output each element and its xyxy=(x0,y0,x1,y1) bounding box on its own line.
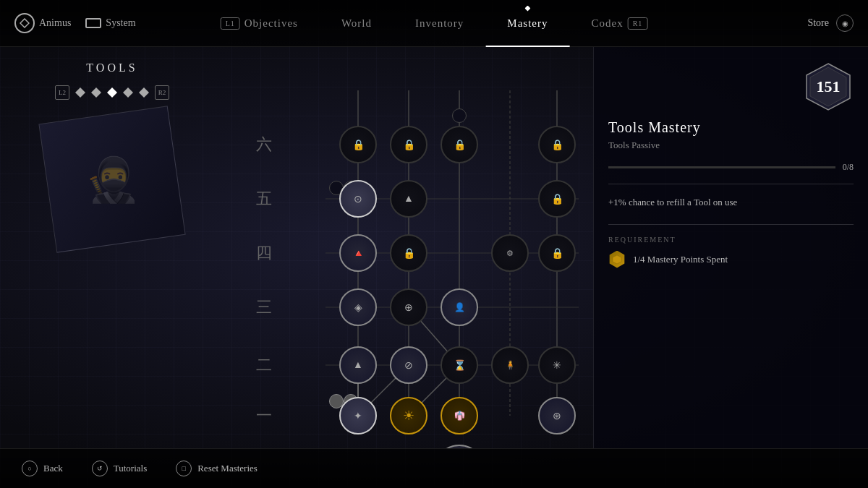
world-tab-label: World xyxy=(341,17,372,30)
node-tier2-col3[interactable]: ⌛ xyxy=(441,346,478,384)
description-text: +1% chance to refill a Tool on use xyxy=(608,195,854,210)
tier-diamond-2[interactable] xyxy=(91,87,101,98)
top-navigation: Animus System L1 Objectives World Invent… xyxy=(0,0,868,47)
tutorials-button[interactable]: ↺ Tutorials xyxy=(92,461,147,476)
node-tier2-col3-inner: ⌛ xyxy=(444,350,475,380)
node-tier6-col4-inner: 🔒 xyxy=(542,129,572,160)
tier-label-3: 三 xyxy=(256,296,272,318)
node-tier6-col1-inner: 🔒 xyxy=(343,129,373,160)
tier-label-4: 四 xyxy=(256,242,272,264)
requirement-label: REQUIREMENT xyxy=(608,236,854,244)
node-tier4-col1-inner: 🔺 xyxy=(343,238,373,268)
node-tier5-col2[interactable]: ▲ xyxy=(390,180,427,218)
node-tier4-col3-inner: ⚙ xyxy=(495,238,525,268)
node-tier3-col3[interactable]: 👤 xyxy=(441,288,478,326)
progress-bar-container xyxy=(608,166,835,168)
reset-masteries-button-icon: □ xyxy=(176,461,192,476)
system-icon xyxy=(85,18,101,28)
skill-tree-canvas: 一 ✦ ☀ 👘 ⊛ 習得 二 ▲ ⊘ ⌛ 🧍 xyxy=(224,47,593,448)
character-silhouette: 🥷 xyxy=(85,154,140,205)
node-tier2-col4-inner: 🧍 xyxy=(495,350,525,380)
node-tier6-col1[interactable]: 🔒 xyxy=(339,126,377,163)
nav-center-tabs: L1 Objectives World Inventory Mastery Co… xyxy=(199,0,670,47)
animus-icon xyxy=(14,13,35,33)
node-tier5-col3[interactable]: 🔒 xyxy=(538,180,576,218)
progress-text: 0/8 xyxy=(843,162,854,173)
l2-button[interactable]: L2 xyxy=(55,85,69,100)
tab-mastery[interactable]: Mastery xyxy=(485,0,569,47)
node-tier1-col5[interactable]: ⊛ xyxy=(538,397,576,435)
character-card: 🥷 xyxy=(38,106,185,252)
node-tier5-col2-inner: ▲ xyxy=(393,184,424,214)
node-tier2-col1[interactable]: ▲ xyxy=(339,346,377,384)
back-button-icon: ○ xyxy=(22,461,38,476)
tier-diamond-3-active[interactable] xyxy=(107,87,117,98)
node-tier5-col1[interactable]: ⊙ xyxy=(339,180,377,218)
bottom-bar: ○ Back ↺ Tutorials □ Reset Masteries xyxy=(0,448,868,488)
tab-codex[interactable]: Codex R1 xyxy=(570,0,670,47)
node-tier2-col5-inner: ✳ xyxy=(542,350,572,380)
store-icon[interactable]: ◉ xyxy=(836,14,854,32)
tier-diamond-5[interactable] xyxy=(139,87,149,98)
node-tier6-col3[interactable]: 🔒 xyxy=(441,126,478,163)
node-tier4-col2-inner: 🔒 xyxy=(393,238,424,268)
node-tier3-col2-inner: ⊕ xyxy=(393,292,424,322)
svg-marker-16 xyxy=(613,255,621,264)
mastery-title: Tools Mastery xyxy=(608,119,854,136)
node-tier2-col2-inner: ⊘ xyxy=(393,350,424,380)
node-tier6-col2[interactable]: 🔒 xyxy=(390,126,427,163)
r2-button[interactable]: R2 xyxy=(155,85,169,100)
tier-label-2: 二 xyxy=(256,354,272,376)
requirement-item: 1/4 Mastery Points Spent xyxy=(608,251,854,268)
tutorials-button-icon: ↺ xyxy=(92,461,108,476)
requirement-icon xyxy=(608,251,626,268)
progress-max: 8 xyxy=(849,162,854,172)
node-tier3-col1[interactable]: ◈ xyxy=(339,288,377,326)
system-nav-item[interactable]: System xyxy=(85,17,135,29)
animus-nav-item[interactable]: Animus xyxy=(14,13,71,33)
node-tier2-col1-inner: ▲ xyxy=(343,350,373,380)
small-node-6-top xyxy=(452,108,467,123)
node-tier1-col2-inner: ☀ xyxy=(393,401,424,431)
objectives-tab-label: Objectives xyxy=(244,17,298,30)
progress-current: 0 xyxy=(843,162,847,172)
inventory-tab-label: Inventory xyxy=(415,17,464,30)
node-tier5-col1-inner: ⊙ xyxy=(343,184,373,214)
tier-diamonds: L2 R2 xyxy=(14,85,210,100)
tier-label-1: 一 xyxy=(256,405,272,427)
tab-objectives[interactable]: L1 Objectives xyxy=(199,0,320,47)
node-tier4-col1[interactable]: 🔺 xyxy=(339,234,377,272)
node-tier3-col2[interactable]: ⊕ xyxy=(390,288,427,326)
node-tier1-col1[interactable]: ✦ xyxy=(339,397,377,435)
tab-world[interactable]: World xyxy=(320,0,393,47)
node-tier1-col3[interactable]: 👘 xyxy=(441,397,478,435)
svg-marker-0 xyxy=(20,19,29,27)
divider-2 xyxy=(608,224,854,225)
node-tier1-col2[interactable]: ☀ xyxy=(390,397,427,435)
node-tier2-col4[interactable]: 🧍 xyxy=(491,346,529,384)
r1-badge: R1 xyxy=(628,17,648,30)
tab-inventory[interactable]: Inventory xyxy=(393,0,485,47)
node-tier4-col2[interactable]: 🔒 xyxy=(390,234,427,272)
right-panel: 151 Tools Mastery Tools Passive 0/8 +1% … xyxy=(593,47,868,448)
tutorials-button-label: Tutorials xyxy=(114,463,147,474)
mastery-tab-label: Mastery xyxy=(507,17,548,30)
node-tier3-col3-inner: 👤 xyxy=(444,292,475,322)
node-tier6-col2-inner: 🔒 xyxy=(393,129,424,160)
mastery-progress-row: 0/8 xyxy=(608,162,854,173)
node-tier6-col4[interactable]: 🔒 xyxy=(538,126,576,163)
node-tier5-col3-inner: 🔒 xyxy=(542,184,572,214)
store-label: Store xyxy=(807,17,829,29)
tier-label-6: 六 xyxy=(256,134,272,155)
node-tier2-col5[interactable]: ✳ xyxy=(538,346,576,384)
node-tier4-col3[interactable]: ⚙ xyxy=(491,234,529,272)
tier-diamond-4[interactable] xyxy=(123,87,133,98)
tier-label-5: 五 xyxy=(256,188,272,210)
back-button[interactable]: ○ Back xyxy=(22,461,63,476)
node-tier2-col2[interactable]: ⊘ xyxy=(390,346,427,384)
tier-diamond-1[interactable] xyxy=(75,87,85,98)
node-tier4-col4[interactable]: 🔒 xyxy=(538,234,576,272)
system-label: System xyxy=(106,17,135,29)
mastery-points-badge-container: 151 xyxy=(803,61,854,112)
reset-masteries-button[interactable]: □ Reset Masteries xyxy=(176,461,258,476)
